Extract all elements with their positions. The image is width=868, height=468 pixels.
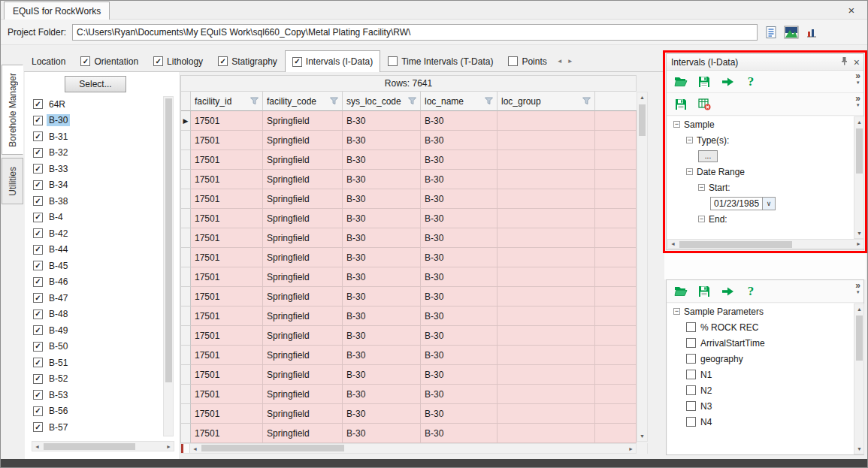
table-row[interactable]: 17501SpringfieldB-30B-30 [181, 306, 637, 326]
table-row[interactable]: 17501SpringfieldB-30B-30 [181, 385, 637, 404]
tab-time-intervals-t-data[interactable]: Time Intervals (T-Data) [380, 50, 501, 71]
param-item-n1[interactable]: N1 [667, 367, 864, 382]
borehole-item[interactable]: ✓B-56 [33, 403, 161, 420]
tree-node-types[interactable]: − Type(s): [667, 132, 864, 148]
tab-checkbox-time-intervals-t-data[interactable] [388, 56, 398, 66]
scrollbar-thumb[interactable] [44, 443, 135, 450]
filter-icon[interactable] [485, 97, 493, 105]
collapse-icon[interactable]: − [673, 121, 680, 128]
borehole-checkbox[interactable]: ✓ [33, 422, 43, 432]
project-folder-input[interactable]: C:\Users\Ryan\Documents\My EQuIS Work\sq… [72, 24, 758, 41]
apply-arrow-icon[interactable] [720, 74, 735, 89]
scroll-down-icon[interactable]: ▼ [854, 228, 864, 238]
param-checkbox[interactable] [686, 338, 696, 348]
save-icon[interactable] [673, 97, 688, 112]
tab-points[interactable]: Points [501, 50, 554, 71]
scroll-right-icon[interactable]: ► [626, 444, 636, 454]
column-header-sys-loc-code[interactable]: sys_loc_code [343, 92, 421, 111]
borehole-item[interactable]: ✓B-50 [33, 339, 161, 355]
table-row[interactable]: 17501SpringfieldB-30B-30 [181, 228, 637, 248]
borehole-item[interactable]: ✓B-49 [33, 322, 161, 339]
borehole-item[interactable]: ✓B-31 [33, 128, 161, 145]
column-header-loc-name[interactable]: loc_name [421, 92, 498, 111]
tree-node-start[interactable]: − Start: [667, 180, 864, 195]
param-item-n4[interactable]: N4 [667, 414, 864, 430]
scroll-up-icon[interactable]: ▲ [637, 92, 647, 102]
param-checkbox[interactable] [686, 354, 696, 364]
grid-vscrollbar[interactable]: ▲ ▼ [637, 92, 648, 442]
tab-orientation[interactable]: ✓Orientation [73, 50, 146, 71]
toolbar-overflow-icon[interactable]: » ▼ [855, 73, 860, 86]
clear-table-icon[interactable] [697, 97, 712, 112]
open-folder-icon[interactable] [673, 74, 688, 89]
scrollbar-track[interactable] [200, 443, 626, 454]
scrollbar-thumb[interactable] [201, 445, 344, 451]
borehole-checkbox[interactable]: ✓ [33, 245, 43, 255]
scroll-left-icon[interactable]: ◄ [190, 444, 200, 454]
scroll-up-icon[interactable]: ▲ [854, 304, 864, 314]
scroll-right-icon[interactable]: ► [164, 442, 174, 451]
scrollbar-thumb[interactable] [165, 98, 172, 382]
borehole-checkbox[interactable]: ✓ [33, 213, 43, 222]
tab-checkbox-lithology[interactable]: ✓ [153, 56, 163, 66]
param-item-n2[interactable]: N2 [667, 382, 864, 398]
borehole-checkbox[interactable]: ✓ [33, 406, 43, 416]
borehole-item[interactable]: ✓B-44 [33, 242, 161, 258]
tab-checkbox-points[interactable] [508, 56, 518, 66]
table-row[interactable]: 17501SpringfieldB-30B-30 [181, 267, 637, 287]
collapse-icon[interactable]: − [673, 308, 680, 315]
scrollbar-thumb[interactable] [856, 316, 863, 361]
tab-checkbox-orientation[interactable]: ✓ [80, 56, 90, 66]
column-header-facility-id[interactable]: facility_id [191, 92, 263, 111]
types-ellipsis-button[interactable]: ... [698, 150, 718, 162]
borehole-item[interactable]: ✓B-53 [33, 387, 161, 403]
table-row[interactable]: ▶17501SpringfieldB-30B-30 [181, 111, 637, 131]
borehole-checkbox[interactable]: ✓ [33, 148, 43, 158]
borehole-checkbox[interactable]: ✓ [33, 293, 43, 303]
scroll-left-icon[interactable]: ◄ [668, 239, 678, 249]
table-row[interactable]: 17501SpringfieldB-30B-30 [181, 189, 637, 209]
borehole-list-hscrollbar[interactable]: ◄ ► [32, 441, 174, 451]
select-button[interactable]: Select... [65, 76, 126, 92]
table-row[interactable]: 17501SpringfieldB-30B-30 [181, 424, 637, 443]
borehole-item[interactable]: ✓B-34 [33, 177, 161, 194]
intervals-tree-vscrollbar[interactable]: ▲ ▼ [854, 116, 864, 239]
scroll-down-icon[interactable]: ▼ [637, 431, 647, 441]
borehole-checkbox[interactable]: ✓ [33, 180, 43, 190]
tab-statigraphy[interactable]: ✓Statigraphy [210, 50, 285, 71]
table-row[interactable]: 17501SpringfieldB-30B-30 [181, 365, 637, 385]
param-item-geography[interactable]: geography [667, 351, 864, 367]
close-icon[interactable]: × [844, 2, 859, 17]
tab-checkbox-intervals-i-data[interactable]: ✓ [292, 57, 302, 67]
tree-node-sample[interactable]: − Sample [667, 116, 864, 132]
borehole-checkbox[interactable]: ✓ [33, 325, 43, 335]
scrollbar-thumb[interactable] [856, 128, 863, 174]
image-viewer-icon[interactable] [783, 24, 800, 41]
filter-icon[interactable] [250, 97, 259, 105]
borehole-item[interactable]: ✓B-48 [33, 306, 161, 323]
borehole-item[interactable]: ✓B-46 [33, 274, 161, 291]
borehole-checkbox[interactable]: ✓ [33, 342, 43, 352]
table-row[interactable]: 17501SpringfieldB-30B-30 [181, 209, 637, 228]
borehole-checkbox[interactable]: ✓ [33, 390, 43, 400]
param-checkbox[interactable] [686, 370, 696, 379]
column-header-facility-code[interactable]: facility_code [263, 92, 343, 111]
table-row[interactable]: 17501SpringfieldB-30B-30 [181, 248, 637, 267]
collapse-icon[interactable]: − [686, 137, 693, 143]
borehole-checkbox[interactable]: ✓ [33, 131, 43, 141]
filter-icon[interactable] [330, 97, 338, 105]
borehole-item[interactable]: ✓B-4 [33, 210, 161, 226]
panel-close-icon[interactable]: × [854, 56, 860, 68]
borehole-item[interactable]: ✓B-45 [33, 258, 161, 274]
borehole-item[interactable]: ✓B-52 [33, 371, 161, 388]
borehole-item[interactable]: ✓B-32 [33, 145, 161, 162]
pin-icon[interactable] [840, 56, 848, 68]
tab-checkbox-statigraphy[interactable]: ✓ [218, 56, 228, 66]
borehole-checkbox[interactable]: ✓ [33, 374, 43, 384]
table-row[interactable]: 17501SpringfieldB-30B-30 [181, 326, 637, 346]
table-row[interactable]: 17501SpringfieldB-30B-30 [181, 131, 637, 150]
dropdown-icon[interactable]: ∨ [763, 197, 776, 210]
param-checkbox[interactable] [686, 417, 696, 427]
collapse-icon[interactable]: − [698, 216, 705, 222]
scrollbar-thumb[interactable] [639, 104, 646, 136]
